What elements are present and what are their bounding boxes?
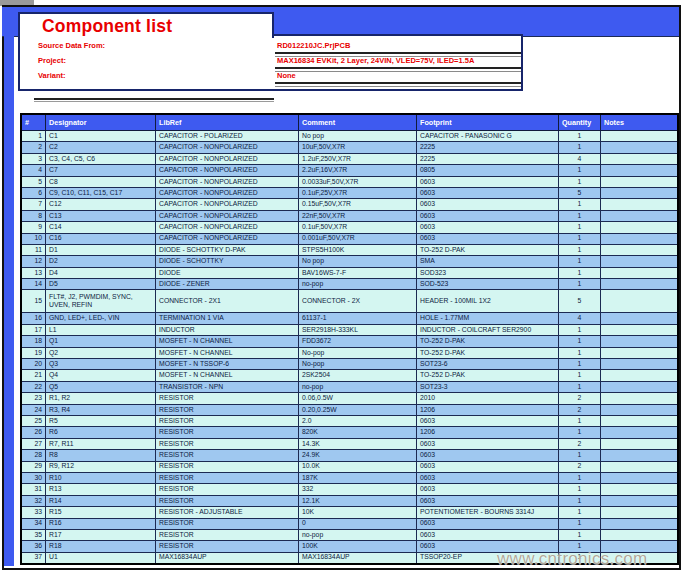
cell-qty: 1 [559, 176, 601, 187]
cell-comment: 0.15uF,50V,X7R [299, 199, 417, 210]
cell-comment: no-pop [299, 529, 417, 540]
cell-footprint: 1206 [417, 427, 559, 438]
cell-qty: 1 [559, 359, 601, 370]
cell-designator: R6 [46, 427, 156, 438]
cell-n: 20 [21, 359, 46, 370]
cell-libref: RESISTOR [156, 529, 299, 540]
cell-libref: CAPACITOR - NONPOLARIZED [156, 233, 299, 244]
cell-designator: C14 [46, 222, 156, 233]
cell-footprint: SMA [417, 256, 559, 267]
cell-footprint: 0603 [417, 472, 559, 483]
cell-designator: C1 [46, 131, 156, 142]
cell-libref: RESISTOR [156, 541, 299, 552]
cell-designator: R8 [46, 450, 156, 461]
cell-n: 30 [21, 472, 46, 483]
cell-n: 12 [21, 256, 46, 267]
cell-n: 37 [21, 552, 46, 563]
cell-n: 22 [21, 381, 46, 392]
cell-n: 1 [21, 131, 46, 142]
cell-libref: RESISTOR [156, 393, 299, 404]
cell-qty: 1 [559, 131, 601, 142]
cell-designator: R10 [46, 472, 156, 483]
cell-n: 26 [21, 427, 46, 438]
table-row: 4C7CAPACITOR - NONPOLARIZED2.2uF,16V,X7R… [21, 165, 678, 176]
table-row: 24R3, R4RESISTOR0.20,0.25W12062 [21, 404, 678, 415]
cell-footprint: SOT23-6 [417, 359, 559, 370]
cell-notes [601, 131, 679, 142]
cell-qty: 1 [559, 336, 601, 347]
cell-n: 23 [21, 393, 46, 404]
cell-notes [601, 415, 679, 426]
cell-n: 33 [21, 507, 46, 518]
cell-notes [601, 244, 679, 255]
cell-qty: 1 [559, 472, 601, 483]
cell-designator: Q1 [46, 336, 156, 347]
cell-footprint: 0603 [417, 529, 559, 540]
cell-n: 2 [21, 142, 46, 153]
cell-footprint: CAPACITOR - PANASONIC G [417, 131, 559, 142]
cell-notes [601, 199, 679, 210]
cell-designator: D4 [46, 267, 156, 278]
cell-qty: 1 [559, 199, 601, 210]
cell-comment: 820K [299, 427, 417, 438]
table-row: 30R10RESISTOR187K06031 [21, 472, 678, 483]
cell-libref: RESISTOR [156, 472, 299, 483]
cell-qty: 2 [559, 438, 601, 449]
cell-notes [601, 347, 679, 358]
cell-designator: R7, R11 [46, 438, 156, 449]
cell-qty: 2 [559, 393, 601, 404]
cell-libref: CAPACITOR - NONPOLARIZED [156, 210, 299, 221]
cell-notes [601, 267, 679, 278]
cell-libref: RESISTOR [156, 450, 299, 461]
cell-n: 9 [21, 222, 46, 233]
cell-comment: FDD3672 [299, 336, 417, 347]
cell-notes [601, 359, 679, 370]
cell-comment: CONNECTOR - 2X [299, 290, 417, 313]
cell-comment: No pop [299, 131, 417, 142]
cell-notes [601, 290, 679, 313]
cell-n: 5 [21, 176, 46, 187]
cell-libref: TERMINATION 1 VIA [156, 313, 299, 324]
cell-designator: R14 [46, 495, 156, 506]
cell-designator: GND, LED+, LED-, VIN [46, 313, 156, 324]
cell-designator: C9, C10, C11, C15, C17 [46, 187, 156, 198]
cell-footprint: 0603 [417, 415, 559, 426]
table-row: 18Q1MOSFET - N CHANNELFDD3672TO-252 D-PA… [21, 336, 678, 347]
field-value-source: RD012210JC.PrjPCB [277, 41, 350, 50]
cell-footprint: 0603 [417, 438, 559, 449]
cell-designator: C3, C4, C5, C6 [46, 153, 156, 164]
table-row: 10C16CAPACITOR - NONPOLARIZED0.001uF,50V… [21, 233, 678, 244]
left-blue-strip [4, 7, 14, 566]
cell-qty: 4 [559, 313, 601, 324]
cell-designator: Q3 [46, 359, 156, 370]
cell-notes [601, 518, 679, 529]
cell-comment: 0.001uF,50V,X7R [299, 233, 417, 244]
cell-footprint: 0603 [417, 484, 559, 495]
cell-notes [601, 529, 679, 540]
cell-footprint: TO-252 D-PAK [417, 347, 559, 358]
cell-comment: BAV16WS-7-F [299, 267, 417, 278]
cell-qty: 4 [559, 153, 601, 164]
cell-n: 4 [21, 165, 46, 176]
page-title: Component list [42, 16, 172, 37]
cell-n: 6 [21, 187, 46, 198]
cell-footprint: 0603 [417, 210, 559, 221]
cell-notes [601, 165, 679, 176]
cell-qty: 1 [559, 244, 601, 255]
cell-notes [601, 222, 679, 233]
cell-notes [601, 404, 679, 415]
cell-qty: 1 [559, 256, 601, 267]
cell-libref: TRANSISTOR - NPN [156, 381, 299, 392]
cell-libref: DIODE - SCHOTTKY [156, 256, 299, 267]
cell-comment: 14.3K [299, 438, 417, 449]
table-row: 1C1CAPACITOR - POLARIZEDNo popCAPACITOR … [21, 131, 678, 142]
cell-n: 18 [21, 336, 46, 347]
table-row: 9C14CAPACITOR - NONPOLARIZED0.1uF,50V,X7… [21, 222, 678, 233]
cell-comment: 61137-1 [299, 313, 417, 324]
cell-designator: U1 [46, 552, 156, 563]
cell-n: 8 [21, 210, 46, 221]
cell-comment: 0.06,0.5W [299, 393, 417, 404]
cell-footprint: 0603 [417, 222, 559, 233]
cell-designator: R1, R2 [46, 393, 156, 404]
cell-n: 16 [21, 313, 46, 324]
